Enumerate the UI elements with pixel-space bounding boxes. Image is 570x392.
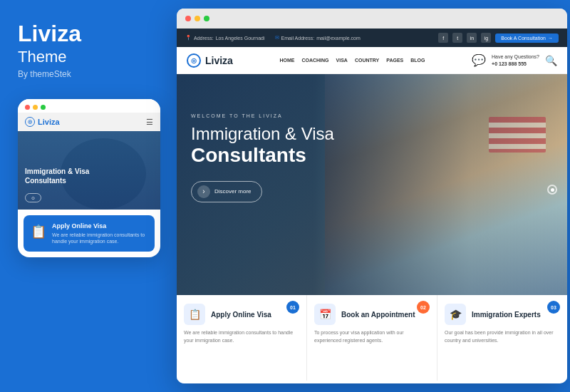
topbar-right: f t in ig Book A Consultation →: [438, 33, 559, 43]
mobile-hero: Immigration & Visa Consultants ⊙: [18, 131, 160, 210]
nav-links: HOME COACHING VISA COUNTRY PAGES BLOG: [279, 58, 425, 63]
mobile-dot-yellow: [33, 105, 38, 110]
chrome-dot-green: [204, 16, 209, 21]
nav-pages[interactable]: PAGES: [386, 58, 403, 63]
nav-right: 💬 Have any Questions? +0 123 888 555 🔍: [472, 53, 557, 67]
instagram-icon[interactable]: ig: [481, 33, 491, 43]
site-nav: ◎ Liviza HOME COACHING VISA COUNTRY PAGE…: [177, 47, 567, 74]
desktop-mockup: 📍 Address: Los Angeles Gournadi ✉ Email …: [177, 9, 567, 383]
card-icon-3: 🎓: [445, 304, 466, 325]
mobile-browser-bar: [18, 99, 160, 113]
card-appointment: 02 📅 Book an Appointment To process your…: [307, 295, 437, 381]
hero-nav-dot[interactable]: [547, 185, 557, 195]
chrome-dot-red: [185, 16, 191, 21]
search-icon[interactable]: 🔍: [545, 55, 557, 66]
location-icon: 📍: [185, 35, 192, 41]
chat-icon: 💬: [472, 53, 486, 67]
card-title-2: Book an Appointment: [341, 311, 415, 319]
cards-row: 01 📋 Apply Online Visa We are reliable i…: [177, 295, 567, 381]
nav-logo: ◎ Liviza: [187, 53, 233, 68]
hero-dot-inner: [551, 188, 554, 192]
nav-coaching[interactable]: COACHING: [301, 58, 328, 63]
nav-blog[interactable]: BLOG: [410, 58, 425, 63]
arrow-icon: →: [548, 36, 553, 41]
linkedin-icon[interactable]: in: [467, 33, 477, 43]
card-icon-1: 📋: [184, 304, 205, 325]
topbar-email: ✉ Email Address: mail@example.com: [275, 35, 361, 41]
hero-content: WELCOME TO THE LIVIZA Immigration & Visa…: [177, 74, 567, 217]
card-apply-visa: 01 📋 Apply Online Visa We are reliable i…: [177, 295, 307, 381]
mobile-dot-green: [41, 105, 46, 110]
card-badge-3: 03: [547, 301, 560, 314]
card-top-1: 📋 Apply Online Visa: [184, 304, 299, 325]
mobile-dots: [25, 105, 46, 110]
nav-visa[interactable]: VISA: [336, 58, 348, 63]
mobile-mockup: ◎ Liviza ☰ Immigration & Visa Consultant…: [18, 99, 160, 257]
card-badge-1: 01: [286, 301, 299, 314]
card-badge-2: 02: [417, 301, 430, 314]
brand-by: By themeStek: [18, 69, 157, 79]
mobile-dot-red: [25, 105, 30, 110]
book-consultation-button[interactable]: Book A Consultation →: [495, 33, 559, 43]
card-top-2: 📅 Book an Appointment: [314, 304, 430, 325]
brand-title: Liviza: [18, 21, 157, 46]
mobile-menu-icon: ☰: [146, 118, 153, 127]
mobile-logo: ◎ Liviza: [25, 117, 60, 127]
site-topbar: 📍 Address: Los Angeles Gournadi ✉ Email …: [177, 29, 567, 47]
nav-country[interactable]: COUNTRY: [355, 58, 379, 63]
mobile-globe-icon: ◎: [25, 117, 35, 127]
mobile-card: 📋 Apply Online Visa We are reliable immi…: [24, 215, 155, 252]
mobile-hero-title: Immigration & Visa Consultants: [25, 167, 153, 185]
browser-chrome: [177, 9, 567, 29]
discover-more-button[interactable]: › Discover more: [191, 181, 262, 202]
hero-pretitle: WELCOME TO THE LIVIZA: [191, 113, 553, 118]
card-title-3: Immigration Experts: [472, 311, 541, 319]
chrome-dot-yellow: [195, 16, 200, 21]
brand-subtitle: Theme: [18, 48, 157, 66]
mobile-hero-btn: ⊙: [25, 190, 153, 202]
nav-phone-info: Have any Questions? +0 123 888 555: [492, 53, 539, 66]
discover-arrow-icon: ›: [197, 185, 210, 198]
left-panel: Liviza Theme By themeStek ◎ Liviza ☰ Imm…: [0, 0, 175, 392]
mobile-nav: ◎ Liviza ☰: [18, 113, 160, 131]
hero-section: WELCOME TO THE LIVIZA Immigration & Visa…: [177, 74, 567, 295]
mobile-card-icon: 📋: [31, 224, 46, 239]
card-experts: 03 🎓 Immigration Experts Our goal has be…: [437, 295, 567, 381]
card-top-3: 🎓 Immigration Experts: [445, 304, 560, 325]
facebook-icon[interactable]: f: [438, 33, 448, 43]
mobile-card-content: Apply Online Visa We are reliable immigr…: [52, 222, 147, 244]
nav-home[interactable]: HOME: [279, 58, 294, 63]
twitter-icon[interactable]: t: [452, 33, 462, 43]
email-icon: ✉: [275, 35, 279, 41]
card-desc-1: We are reliable immigration consultants …: [184, 329, 299, 344]
card-desc-2: To process your visa application with ou…: [314, 329, 430, 344]
topbar-address: 📍 Address: Los Angeles Gournadi: [185, 35, 265, 41]
card-title-1: Apply Online Visa: [211, 311, 271, 319]
nav-globe-icon: ◎: [187, 53, 201, 68]
card-desc-3: Our goal has been provide immigration in…: [445, 329, 560, 344]
hero-title-bold: Consultants: [191, 145, 553, 167]
topbar-left: 📍 Address: Los Angeles Gournadi ✉ Email …: [185, 35, 361, 41]
card-icon-2: 📅: [314, 304, 336, 325]
hero-title-light: Immigration & Visa: [191, 124, 553, 145]
